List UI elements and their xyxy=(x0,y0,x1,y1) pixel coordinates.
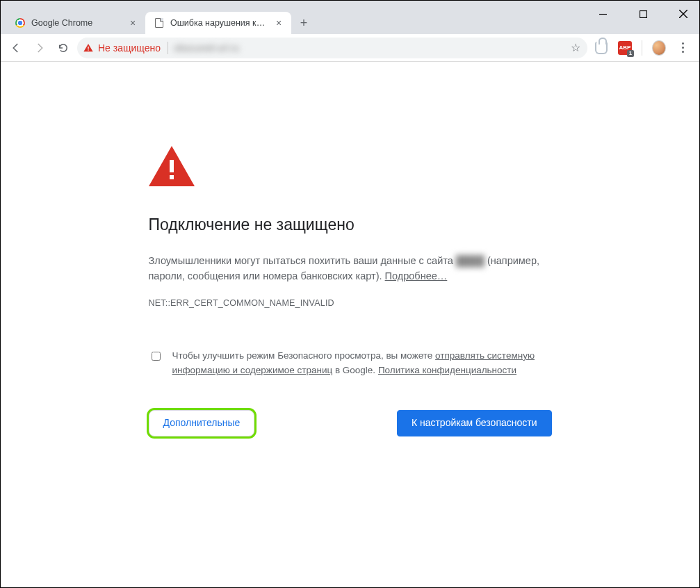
safebrowsing-optin: Чтобы улучшить режим Безопасного просмот… xyxy=(149,349,552,378)
optin-text-mid: в Google. xyxy=(332,365,378,375)
tab-google-chrome[interactable]: Google Chrome × xyxy=(6,12,145,34)
window-close-button[interactable] xyxy=(673,3,694,24)
page-content: Подключение не защищено Злоумышленники м… xyxy=(1,63,699,587)
warning-triangle-icon xyxy=(149,146,552,186)
interstitial-title: Подключение не защищено xyxy=(149,213,552,238)
optin-text: Чтобы улучшить режим Безопасного просмот… xyxy=(172,349,552,378)
blurred-hostname: ████ xyxy=(456,255,485,266)
button-row: Дополнительные К настройкам безопасности xyxy=(149,410,552,436)
window-minimize-button[interactable] xyxy=(592,3,613,24)
new-tab-button[interactable]: + xyxy=(294,13,314,33)
window-controls xyxy=(592,3,694,24)
tab-close-icon[interactable]: × xyxy=(273,17,284,28)
chrome-icon xyxy=(15,17,26,28)
body-text-pre: Злоумышленники могут пытаться похитить в… xyxy=(149,255,456,266)
toolbar: Не защищено obscured-url.ru ☆ ABP xyxy=(1,34,699,62)
interstitial-body: Злоумышленники могут пытаться похитить в… xyxy=(149,253,552,284)
optin-checkbox[interactable] xyxy=(152,350,161,362)
optin-link-privacy[interactable]: Политика конфиденциальности xyxy=(378,365,516,375)
reload-button[interactable] xyxy=(54,38,73,58)
address-bar[interactable]: Не защищено obscured-url.ru ☆ xyxy=(77,38,587,58)
advanced-button[interactable]: Дополнительные xyxy=(149,410,255,436)
abp-extension-icon[interactable]: ABP xyxy=(618,41,632,55)
svg-rect-5 xyxy=(88,49,88,50)
security-label: Не защищено xyxy=(98,42,161,54)
chrome-menu-button[interactable] xyxy=(676,42,690,53)
learn-more-link[interactable]: Подробнее… xyxy=(385,270,448,281)
security-interstitial: Подключение не защищено Злоумышленники м… xyxy=(149,146,552,436)
extension-icons: ABP xyxy=(592,40,694,56)
back-button[interactable] xyxy=(6,38,26,58)
tab-label: Ошибка нарушения конфиденц xyxy=(170,18,268,28)
bookmark-star-icon[interactable]: ☆ xyxy=(571,41,580,54)
svg-rect-4 xyxy=(88,47,88,49)
url-text: obscured-url.ru xyxy=(174,42,565,54)
separator xyxy=(642,40,642,56)
safety-settings-button[interactable]: К настройкам безопасности xyxy=(397,410,552,436)
svg-rect-1 xyxy=(640,10,646,17)
warning-triangle-icon xyxy=(83,42,94,54)
tab-close-icon[interactable]: × xyxy=(127,17,138,28)
tab-label: Google Chrome xyxy=(31,18,122,28)
page-icon xyxy=(154,17,165,28)
svg-rect-6 xyxy=(170,160,174,172)
profile-avatar[interactable] xyxy=(652,41,666,55)
error-code: NET::ERR_CERT_COMMON_NAME_INVALID xyxy=(149,297,552,310)
yandex-extension-icon[interactable] xyxy=(594,41,608,55)
tab-privacy-error[interactable]: Ошибка нарушения конфиденц × xyxy=(145,12,291,34)
optin-text-pre: Чтобы улучшить режим Безопасного просмот… xyxy=(172,350,436,361)
forward-button[interactable] xyxy=(30,38,49,58)
window-maximize-button[interactable] xyxy=(633,3,653,24)
svg-rect-7 xyxy=(170,175,174,179)
security-chip[interactable]: Не защищено xyxy=(83,42,168,54)
